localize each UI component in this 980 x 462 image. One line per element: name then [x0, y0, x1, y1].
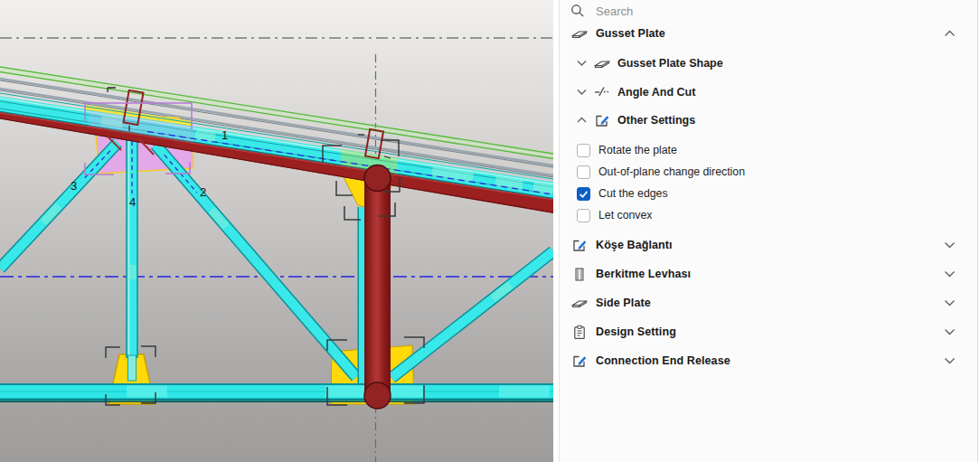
section-gusset-plate[interactable]: Gusset Plate	[560, 19, 977, 48]
plate-icon	[571, 296, 588, 311]
clipboard-icon	[571, 325, 588, 340]
app-window: 1 2 3 4 Gusset Plate	[0, 0, 980, 462]
section-label: Gusset Plate	[596, 27, 665, 40]
section-label: Berkitme Levhası	[596, 268, 691, 280]
section-design-setting[interactable]: Design Setting	[560, 317, 977, 346]
member-label-2: 2	[200, 185, 206, 199]
checkbox-label: Rotate the plate	[598, 144, 677, 156]
member-label-3: 3	[71, 179, 77, 193]
section-label: Design Setting	[596, 325, 676, 338]
section-berkitme-levhasi[interactable]: Berkitme Levhası	[560, 259, 977, 288]
bottom-chord[interactable]	[0, 383, 553, 402]
checkbox-row-cut-edges[interactable]: Cut the edges	[560, 183, 977, 204]
member-label-1: 1	[221, 128, 228, 142]
checkbox-unchecked[interactable]	[577, 144, 590, 157]
edit-icon	[594, 113, 610, 128]
checkbox-label: Let convex	[598, 209, 652, 222]
chevron-down-icon[interactable]	[577, 60, 587, 67]
chevron-down-icon[interactable]	[944, 241, 956, 250]
checkbox-row-out-of-plane[interactable]: Out-of-plane change direction	[560, 161, 977, 183]
edit-icon	[571, 354, 588, 369]
section-side-plate[interactable]: Side Plate	[560, 288, 977, 317]
plate-icon	[571, 26, 588, 42]
subsection-label: Gusset Plate Shape	[617, 57, 723, 70]
angle-and-cut-icon	[594, 84, 610, 99]
section-label: Köşe Bağlantı	[596, 239, 673, 251]
search-icon	[570, 4, 585, 18]
settings-panel: Gusset Plate Gusset Plate Shape Angle An…	[559, 0, 978, 462]
checkbox-row-rotate-plate[interactable]: Rotate the plate	[560, 139, 977, 161]
search-input[interactable]	[594, 4, 796, 19]
chevron-down-icon[interactable]	[577, 89, 587, 96]
chevron-down-icon[interactable]	[944, 328, 956, 336]
checkbox-row-let-convex[interactable]: Let convex	[560, 204, 977, 226]
section-label: Side Plate	[596, 297, 651, 309]
subsection-gusset-plate-shape[interactable]: Gusset Plate Shape	[560, 49, 977, 78]
section-connection-end-release[interactable]: Connection End Release	[560, 346, 977, 375]
chevron-down-icon[interactable]	[944, 270, 956, 278]
checkbox-unchecked[interactable]	[577, 209, 590, 222]
chevron-down-icon[interactable]	[944, 299, 956, 307]
checkbox-label: Out-of-plane change direction	[598, 165, 745, 178]
checkbox-label: Cut the edges	[598, 187, 668, 200]
subsection-label: Angle And Cut	[617, 86, 695, 99]
subsection-label: Other Settings	[617, 114, 695, 127]
checkbox-checked[interactable]	[577, 187, 590, 201]
subsection-angle-and-cut[interactable]: Angle And Cut	[560, 78, 977, 106]
stiffener-plate-icon	[571, 267, 588, 282]
plate-icon	[594, 56, 610, 71]
checkbox-unchecked[interactable]	[577, 165, 590, 179]
chevron-down-icon[interactable]	[944, 357, 956, 365]
section-label: Connection End Release	[596, 354, 730, 367]
viewport-3d[interactable]: 1 2 3 4	[0, 0, 553, 462]
member-label-4: 4	[129, 195, 136, 209]
chevron-up-icon[interactable]	[944, 30, 956, 38]
edit-icon	[571, 238, 588, 253]
chevron-up-icon[interactable]	[577, 117, 587, 124]
red-pipe-member[interactable]	[364, 165, 391, 410]
section-kose-baglanti[interactable]: Köşe Bağlantı	[560, 231, 977, 259]
subsection-other-settings[interactable]: Other Settings	[560, 106, 977, 135]
